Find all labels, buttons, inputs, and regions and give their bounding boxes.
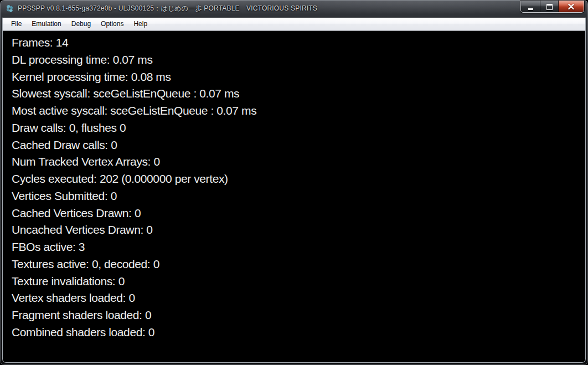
debug-stat-line: Textures active: 0, decoded: 0 [12,256,585,273]
ppsspp-window: PPSSPP v0.8.1-655-ga372e0b - ULJS00125：は… [0,0,588,365]
menu-item[interactable]: Help [128,18,152,30]
menu-item[interactable]: File [6,18,27,30]
debug-stat-line: Cycles executed: 202 (0.000000 per verte… [12,171,585,188]
debug-stat-line: Draw calls: 0, flushes 0 [12,120,585,137]
menu-bar: FileEmulationDebugOptionsHelp [3,18,585,31]
debug-stat-line: FBOs active: 3 [12,239,585,256]
debug-stat-line: Kernel processing time: 0.08 ms [12,69,585,86]
maximize-button[interactable] [540,1,559,12]
debug-stat-line: Num Tracked Vertex Arrays: 0 [12,153,585,171]
debug-stat-line: Cached Vertices Drawn: 0 [12,205,585,222]
debug-stat-line: Slowest syscall: sceGeListEnQueue : 0.07… [12,85,585,102]
client-area: FileEmulationDebugOptionsHelp Frames: 14… [2,17,586,363]
debug-stat-line: Combined shaders loaded: 0 [12,324,585,341]
debug-stats-overlay: Frames: 14DL processing time: 0.07 msKer… [3,31,585,341]
debug-stat-line: Fragment shaders loaded: 0 [12,307,585,324]
minimize-icon [528,8,533,10]
debug-stat-line: Most active syscall: sceGeListEnQueue : … [12,102,585,120]
debug-stat-line: Cached Draw calls: 0 [12,137,585,154]
minimize-button[interactable] [521,1,540,12]
debug-stat-line: DL processing time: 0.07 ms [12,52,585,69]
window-title: PPSSPP v0.8.1-655-ga372e0b - ULJS00125：は… [18,4,317,13]
menu-item[interactable]: Debug [66,18,96,30]
maximize-icon [546,4,553,10]
debug-stat-line: Vertices Submitted: 0 [12,188,585,205]
emulator-viewport: Frames: 14DL processing time: 0.07 msKer… [3,31,585,362]
window-controls [520,1,584,13]
debug-stat-line: Texture invalidations: 0 [12,273,585,290]
close-icon [568,3,574,9]
debug-stat-line: Vertex shaders loaded: 0 [12,290,585,307]
debug-stat-line: Frames: 14 [12,34,585,52]
title-bar[interactable]: PPSSPP v0.8.1-655-ga372e0b - ULJS00125：は… [0,0,588,17]
ppsspp-logo-icon [5,4,14,13]
menu-item[interactable]: Options [96,18,128,30]
close-button[interactable] [559,1,584,12]
menu-item[interactable]: Emulation [27,18,66,30]
debug-stat-line: Uncached Vertices Drawn: 0 [12,222,585,239]
